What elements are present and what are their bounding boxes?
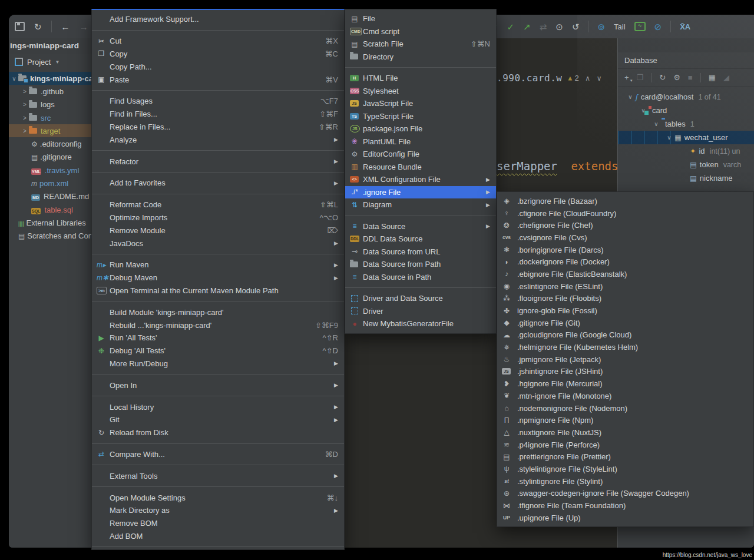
alarm-icon[interactable]: ⊚ — [597, 22, 605, 31]
compare-icon[interactable]: ⇄ — [540, 22, 547, 31]
menu-item-refactor[interactable]: Refactor▶ — [92, 155, 344, 168]
tree-item-editorconfig[interactable]: ⚙.editorconfig — [9, 137, 94, 150]
sync-icon[interactable]: ↻ — [34, 22, 42, 31]
menu-item-gitignore-file-git[interactable]: ◆.gitignore File (Git) — [497, 317, 753, 329]
menu-item-file[interactable]: ▤File — [345, 12, 496, 25]
menu-item-stylintignore-file-stylint[interactable]: st.stylintignore File (Stylint) — [497, 475, 753, 488]
menu-item-prettierignore-file-prettier[interactable]: ▤.prettierignore File (Prettier) — [497, 450, 753, 463]
menu-item-data-source-from-url[interactable]: ⊸Data Source from URL — [345, 246, 496, 259]
push-icon[interactable]: ↗ — [523, 22, 531, 31]
tree-item-logs[interactable]: >logs — [9, 98, 94, 111]
chevron-expanded-icon[interactable]: ∨ — [664, 134, 674, 141]
db-tree-item-tables[interactable]: ∨tables1 — [618, 117, 754, 131]
menu-item-mtn-ignore-file-monotone[interactable]: ❦.mtn-ignore File (Monotone) — [497, 390, 753, 402]
duplicate-icon[interactable]: ❐ — [637, 74, 644, 81]
refresh-icon[interactable]: ↻ — [659, 74, 666, 81]
menu-item-javascript-file[interactable]: JSJavaScript File — [345, 97, 496, 110]
stop-icon[interactable]: ■ — [688, 74, 693, 81]
menu-item-plantuml-file[interactable]: ❀PlantUML File — [345, 135, 496, 148]
menu-item-add-framework-support[interactable]: Add Framework Support... — [92, 13, 344, 26]
menu-item-find-usages[interactable]: Find Usages⌥F7 — [92, 95, 344, 108]
menu-item-ebignore-file-elasticbeanstalk[interactable]: ♪.ebignore File (ElasticBeanstalk) — [497, 268, 753, 280]
menu-item-swagger-codegen-ignore-file-swagger-codegen[interactable]: ⊛.swagger-codegen-ignore File (Swagger C… — [497, 488, 753, 500]
next-warning-icon[interactable]: ∨ — [597, 74, 602, 82]
menu-item-dockerignore-file-docker[interactable]: ◗.dockerignore File (Docker) — [497, 256, 753, 268]
chevron-collapsed-icon[interactable]: > — [21, 88, 29, 95]
chevron-collapsed-icon[interactable]: > — [21, 128, 29, 134]
menu-item-ddl-data-source[interactable]: DDLDDL Data Source — [345, 233, 496, 246]
recent-history-icon[interactable]: ⊙ — [555, 22, 563, 31]
menu-item-gcloudignore-file-google-cloud[interactable]: ☁.gcloudignore File (Google Cloud) — [497, 329, 753, 342]
menu-item-helmignore-file-kubernetes-helm[interactable]: ✵.helmignore File (Kubernetes Helm) — [497, 341, 753, 353]
monitor-icon[interactable]: ∿ — [634, 22, 646, 31]
db-tree-item-card[interactable]: ∨card — [618, 104, 754, 117]
menu-item-compare-with[interactable]: ⇄Compare With...⌘D — [92, 448, 344, 461]
menu-item-paste[interactable]: ▣Paste⌘V — [92, 73, 344, 86]
menu-item-copy-path[interactable]: Copy Path... — [92, 60, 344, 73]
chevron-expanded-icon[interactable]: ∨ — [10, 75, 18, 82]
menu-item-hgignore-file-mercurial[interactable]: ❥.hgignore File (Mercurial) — [497, 377, 753, 390]
menu-item-find-in-files[interactable]: Find in Files...⇧⌘F — [92, 108, 344, 121]
menu-item-data-source[interactable]: ≡Data Source▶ — [345, 220, 496, 233]
project-view-selector[interactable]: Project ▼ — [9, 54, 94, 70]
tree-item-table-sql[interactable]: SQLtable.sql — [9, 203, 94, 216]
menu-item-analyze[interactable]: Analyze▶ — [92, 133, 344, 146]
menu-item-cvsignore-file-cvs[interactable]: cvs.cvsignore File (Cvs) — [497, 231, 753, 244]
menu-item-ignore-file[interactable]: .i*.ignore File▶ — [345, 186, 496, 199]
tree-item-target[interactable]: >target — [9, 124, 94, 137]
menu-item-nuxtignore-file-nuxtjs[interactable]: △.nuxtignore File (NuxtJS) — [497, 426, 753, 439]
chevron-expanded-icon[interactable]: ∨ — [625, 94, 636, 100]
menu-item-new-mybatisgeneratorfile[interactable]: ●New MybatisGeneratorFile — [345, 317, 496, 330]
menu-item-flooignore-file-floobits[interactable]: ⁂.flooignore File (Floobits) — [497, 293, 753, 305]
disable-icon[interactable]: ⊘ — [654, 22, 662, 31]
menu-item-rebuild-kings-miniapp-card[interactable]: Rebuild ...'kings-miniapp-card'⇧⌘F9 — [92, 319, 344, 332]
menu-item-remove-module[interactable]: Remove Module⌦ — [92, 224, 344, 237]
chevron-collapsed-icon[interactable]: > — [21, 101, 29, 108]
menu-item-open-terminal-at-the-current-maven-module-path[interactable]: >mOpen Terminal at the Current Maven Mod… — [92, 284, 344, 297]
tree-item-external-libraries[interactable]: ||||External Libraries — [9, 216, 94, 229]
menu-item-npmignore-file-npm[interactable]: Π.npmignore File (Npm) — [497, 414, 753, 426]
menu-item-stylelintignore-file-stylelint[interactable]: ψ.stylelintignore File (StyleLint) — [497, 463, 753, 475]
save-icon[interactable] — [15, 22, 25, 31]
menu-item-driver-and-data-source[interactable]: Driver and Data Source — [345, 292, 496, 305]
menu-item-debug-maven[interactable]: m✱Debug Maven▶ — [92, 271, 344, 284]
menu-item-driver[interactable]: Driver — [345, 305, 496, 318]
menu-item-add-bom[interactable]: Add BOM — [92, 530, 344, 543]
menu-item-package-json-file[interactable]: JSpackage.json File — [345, 122, 496, 135]
db-tree-item-id[interactable]: ✦idint(11) un — [618, 144, 754, 158]
db-tree-item-wechat-user[interactable]: ∨▦wechat_user — [618, 131, 754, 144]
menu-item-editorconfig-file[interactable]: ⚙EditorConfig File — [345, 148, 496, 161]
menu-item-jpmignore-file-jetpack[interactable]: ♨.jpmignore File (Jetpack) — [497, 353, 753, 366]
prev-warning-icon[interactable]: ∧ — [585, 74, 590, 82]
more-icon[interactable]: ◢ — [723, 74, 729, 81]
tree-item-travis-yml[interactable]: YML.travis.yml — [9, 164, 94, 177]
menu-item-cmd-script[interactable]: CMDCmd script — [345, 25, 496, 38]
rollback-icon[interactable]: ↺ — [572, 22, 580, 31]
chevron-expanded-icon[interactable]: ∨ — [651, 121, 662, 127]
menu-item-data-source-in-path[interactable]: ≡Data Source in Path — [345, 271, 496, 284]
menu-item-data-source-from-path[interactable]: Data Source from Path — [345, 258, 496, 271]
menu-item-local-history[interactable]: Local History▶ — [92, 400, 344, 413]
menu-item-mark-directory-as[interactable]: Mark Directory as▶ — [92, 504, 344, 517]
menu-item-more-run-debug[interactable]: More Run/Debug▶ — [92, 357, 344, 370]
menu-item-scratch-file[interactable]: ▤Scratch File⇧⌘N — [345, 38, 496, 51]
tree-item-gitignore[interactable]: ▤.gitignore — [9, 151, 94, 164]
menu-item-run-all-tests[interactable]: ▶Run 'All Tests'^⇧R — [92, 332, 344, 344]
menu-item-p4ignore-file-perforce[interactable]: ≋.p4ignore File (Perforce) — [497, 439, 753, 451]
tree-item-src[interactable]: >src — [9, 111, 94, 124]
menu-item-build-module-kings-miniapp-card[interactable]: Build Module 'kings-miniapp-card' — [92, 306, 344, 319]
menu-item-open-module-settings[interactable]: Open Module Settings⌘↓ — [92, 491, 344, 504]
forward-icon[interactable]: → — [80, 22, 88, 31]
menu-item-stylesheet[interactable]: CSSStylesheet — [345, 85, 496, 98]
diagnostics-icon[interactable]: ⚙ — [673, 74, 680, 81]
add-icon[interactable]: +▼ — [624, 74, 629, 81]
menu-item-add-to-favorites[interactable]: Add to Favorites▶ — [92, 177, 344, 190]
menu-item-directory[interactable]: Directory — [345, 51, 496, 64]
menu-item-resource-bundle[interactable]: ▥Resource Bundle — [345, 161, 496, 174]
menu-item-copy[interactable]: ❐Copy⌘C — [92, 48, 344, 61]
db-tree-item-token[interactable]: ▤tokenvarch — [618, 158, 754, 171]
back-icon[interactable]: ← — [61, 22, 70, 31]
menu-item-cut[interactable]: ✂Cut⌘X — [92, 35, 344, 48]
menu-item-replace-in-files[interactable]: Replace in Files...⇧⌘R — [92, 121, 344, 134]
menu-item-tfignore-file-team-foundation[interactable]: ⋈.tfignore File (Team Foundation) — [497, 499, 753, 512]
